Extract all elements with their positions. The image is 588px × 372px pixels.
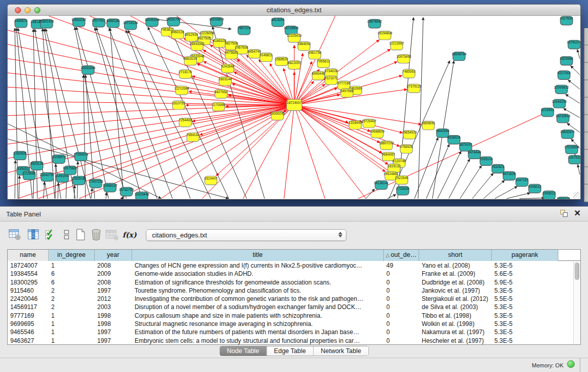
- reference-edge[interactable]: [19, 176, 19, 199]
- dropdown-stepper-icon: [338, 232, 342, 237]
- table-row[interactable]: 1456911722003Disruption of a novel membe…: [8, 303, 573, 311]
- node-label: 1260505: [13, 151, 27, 155]
- table-row[interactable]: 946362711997Embryonic stem cells: a mode…: [8, 337, 573, 344]
- table-row[interactable]: 1830029562008Estimation of significance …: [8, 278, 573, 287]
- reference-edge[interactable]: [366, 189, 375, 199]
- table-cell: Hescheler et al. (1997): [419, 337, 492, 344]
- table-cell: 5.6E-5: [492, 270, 558, 278]
- citation-edge[interactable]: [237, 59, 294, 105]
- reference-edge[interactable]: [122, 196, 123, 199]
- reference-edge[interactable]: [568, 80, 580, 89]
- node-label: 16648784: [452, 52, 467, 56]
- window-resize-grip[interactable]: [573, 192, 580, 199]
- node-label: 1615132: [387, 164, 401, 168]
- table-cell: 5.3E-5: [492, 287, 558, 295]
- reference-edge[interactable]: [507, 193, 530, 199]
- reference-edge[interactable]: [106, 192, 106, 199]
- close-panel-icon[interactable]: ✕: [574, 209, 581, 217]
- reference-edge[interactable]: [148, 27, 229, 199]
- column-header-name[interactable]: name: [8, 250, 49, 261]
- citation-edge[interactable]: [8, 30, 294, 105]
- node-label: 11923448: [135, 192, 149, 196]
- node-label: 6734028: [324, 69, 338, 73]
- reference-edge[interactable]: [418, 17, 423, 199]
- citation-edge[interactable]: [8, 105, 294, 116]
- table-cell: 0: [384, 303, 419, 311]
- citation-edge[interactable]: [294, 105, 396, 176]
- window-titlebar[interactable]: citations_edges.txt: [8, 5, 580, 16]
- reference-edge[interactable]: [571, 65, 580, 75]
- node-label: 2803144: [219, 77, 232, 81]
- node-label: 9827508: [225, 41, 238, 45]
- column-header-title[interactable]: title: [132, 250, 384, 261]
- reference-edge[interactable]: [565, 94, 580, 103]
- citation-edge[interactable]: [18, 105, 294, 199]
- node-label: 16210643: [556, 114, 571, 118]
- node-label: 17957253: [89, 180, 103, 183]
- citation-edge[interactable]: [8, 73, 294, 105]
- delete-table-icon[interactable]: [90, 228, 103, 242]
- memory-status-indicator: [567, 360, 575, 368]
- table-row[interactable]: 969969511998Structural magnetic resonanc…: [8, 320, 573, 328]
- reference-edge[interactable]: [578, 164, 580, 174]
- column-select-icon[interactable]: [27, 228, 40, 242]
- reference-edge[interactable]: [472, 173, 493, 199]
- table-vertical-scrollbar[interactable]: [573, 261, 580, 344]
- node-label: 16095344: [145, 18, 160, 21]
- table-cell: 5.9E-5: [492, 278, 558, 287]
- citation-edge[interactable]: [8, 101, 294, 105]
- tab-node-table[interactable]: Node Table: [220, 346, 266, 356]
- tab-network-table[interactable]: Network Table: [313, 346, 368, 356]
- reference-edge[interactable]: [426, 144, 449, 199]
- scrollbar-thumb[interactable]: [575, 262, 579, 280]
- reference-edge[interactable]: [460, 165, 482, 199]
- column-header-out_de[interactable]: △out_de…: [384, 250, 419, 261]
- table-row[interactable]: 946554611997Estimation of the future num…: [8, 328, 573, 336]
- new-table-icon[interactable]: [74, 228, 87, 242]
- table-row[interactable]: 1938455462009Genome-wide association stu…: [8, 270, 573, 278]
- node-label: 18724007: [287, 101, 302, 104]
- network-canvas[interactable]: 2405572188130420891406106532871527902646…: [8, 16, 580, 199]
- table-selector-dropdown[interactable]: citations_edges.txt: [146, 229, 346, 241]
- column-header-year[interactable]: year: [95, 250, 132, 261]
- reference-edge[interactable]: [415, 138, 438, 199]
- table-settings-icon[interactable]: [8, 228, 21, 242]
- row-height-icon[interactable]: [60, 228, 73, 242]
- reference-edge[interactable]: [519, 198, 545, 199]
- node-label: 7485063: [402, 70, 416, 73]
- reference-edge[interactable]: [110, 28, 124, 199]
- node-label: 1167533: [569, 156, 580, 159]
- citation-edge[interactable]: [284, 105, 294, 199]
- node-label: 1588520: [275, 57, 288, 61]
- column-header-in_degree[interactable]: in_degree: [49, 250, 95, 261]
- column-header-short[interactable]: short: [419, 250, 492, 261]
- reference-edge[interactable]: [484, 180, 505, 199]
- citation-edge[interactable]: [8, 105, 294, 144]
- citation-network-graph[interactable]: 2405572188130420891406106532871527902646…: [8, 16, 580, 199]
- reference-edge[interactable]: [387, 194, 396, 199]
- reference-edge[interactable]: [43, 182, 45, 199]
- reference-edge[interactable]: [96, 28, 157, 199]
- reference-edge[interactable]: [438, 151, 461, 199]
- table-row[interactable]: 1872400712008Changes of HCN gene express…: [8, 261, 573, 270]
- table-row[interactable]: 2242004622012Investigating the contribut…: [8, 295, 573, 303]
- statusbar-divider: [580, 358, 580, 372]
- reference-edge[interactable]: [577, 50, 580, 59]
- node-label: 8990448: [312, 72, 325, 75]
- node-label: 9146821: [259, 53, 273, 57]
- column-header-pagerank[interactable]: pagerank: [492, 250, 558, 261]
- tab-edge-table[interactable]: Edge Table: [266, 346, 313, 356]
- select-rows-icon[interactable]: [43, 228, 57, 242]
- table-row[interactable]: 911546021997Tourette syndrome. Phenomeno…: [8, 287, 573, 295]
- float-panel-icon[interactable]: [560, 209, 568, 217]
- citation-edge[interactable]: [270, 63, 294, 105]
- citation-edge[interactable]: [294, 105, 385, 171]
- reference-edge[interactable]: [15, 160, 15, 199]
- node-label: 6879197: [459, 143, 472, 146]
- table-row[interactable]: 977716911998Corpus callosum shape and si…: [8, 312, 573, 320]
- function-builder-icon[interactable]: f(x): [123, 228, 136, 242]
- reference-edge[interactable]: [449, 159, 470, 199]
- table-cell: Wolkin et al. (1998): [419, 320, 492, 328]
- reference-edge[interactable]: [55, 164, 56, 199]
- table-cell: 0: [384, 270, 419, 278]
